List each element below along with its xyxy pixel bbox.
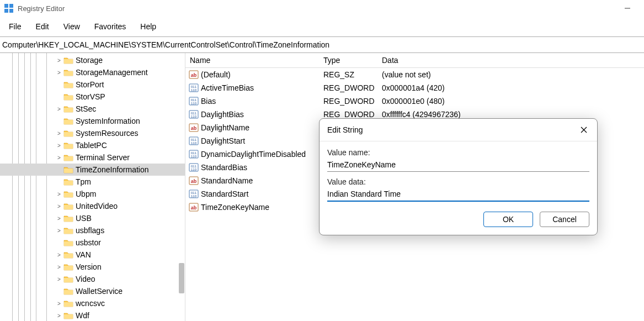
value-data: 0x000001e0 (480): [382, 97, 644, 106]
folder-icon: [63, 275, 73, 283]
folder-icon: [63, 69, 73, 76]
tree-item-usbstor[interactable]: usbstor: [0, 236, 185, 249]
title-bar: Registry Editor: [0, 0, 644, 17]
tree-item-tabletpc[interactable]: >TabletPC: [0, 139, 185, 151]
folder-icon: [63, 81, 73, 88]
menu-file[interactable]: File: [2, 20, 28, 33]
binary-value-icon: [189, 162, 199, 172]
menu-edit[interactable]: Edit: [29, 20, 56, 33]
tree-item-systeminformation[interactable]: SystemInformation: [0, 115, 185, 127]
binary-value-icon: [189, 136, 199, 146]
chevron-right-icon[interactable]: >: [55, 70, 63, 76]
tree-label: USB: [76, 214, 92, 223]
tree-item-storage[interactable]: >Storage: [0, 54, 185, 66]
value-name: StandardBias: [201, 163, 323, 172]
list-row[interactable]: BiasREG_DWORD0x000001e0 (480): [185, 94, 644, 108]
folder-icon: [63, 299, 73, 307]
value-type: REG_DWORD: [323, 97, 382, 106]
tree-label: TimeZoneInformation: [76, 165, 149, 174]
folder-icon: [63, 251, 73, 259]
tree-item-terminal server[interactable]: >Terminal Server: [0, 151, 185, 164]
col-type[interactable]: Type: [323, 56, 382, 65]
folder-icon: [63, 117, 73, 125]
tree-label: Ubpm: [76, 190, 96, 198]
tree-label: Storage: [76, 56, 103, 65]
chevron-right-icon[interactable]: >: [55, 313, 63, 319]
value-data: 0xffffffc4 (4294967236): [382, 110, 644, 119]
tree-label: StorPort: [76, 80, 104, 89]
tree-item-storport[interactable]: StorPort: [0, 78, 185, 91]
tree-item-storagemanagement[interactable]: >StorageManagement: [0, 66, 185, 78]
menu-help[interactable]: Help: [134, 20, 163, 33]
tree-pane[interactable]: >Storage>StorageManagementStorPortStorVS…: [0, 53, 185, 321]
tree-item-timezoneinformation[interactable]: TimeZoneInformation: [0, 164, 185, 176]
tree-item-usb[interactable]: >USB: [0, 212, 185, 224]
folder-icon: [63, 287, 73, 295]
string-value-icon: [189, 176, 199, 186]
chevron-right-icon[interactable]: >: [55, 252, 63, 258]
chevron-right-icon[interactable]: >: [55, 264, 63, 270]
tree-item-systemresources[interactable]: >SystemResources: [0, 127, 185, 139]
tree-item-unitedvideo[interactable]: >UnitedVideo: [0, 200, 185, 212]
list-row[interactable]: ActiveTimeBiasREG_DWORD0x000001a4 (420): [185, 81, 644, 94]
chevron-right-icon[interactable]: >: [55, 203, 63, 209]
tree-label: StSec: [76, 104, 96, 113]
value-data: 0x000001a4 (420): [382, 83, 644, 92]
tree-label: usbstor: [76, 238, 101, 247]
tree-item-van[interactable]: >VAN: [0, 249, 185, 261]
value-name-input[interactable]: [327, 157, 589, 172]
value-name: DaylightStart: [201, 136, 323, 145]
tree-item-tpm[interactable]: Tpm: [0, 176, 185, 188]
chevron-right-icon[interactable]: >: [55, 106, 63, 112]
value-name: DynamicDaylightTimeDisabled: [201, 150, 323, 159]
chevron-right-icon[interactable]: >: [55, 215, 63, 222]
cancel-button[interactable]: Cancel: [540, 212, 589, 227]
value-name: DaylightBias: [201, 110, 323, 119]
minimize-button[interactable]: [615, 0, 640, 17]
close-icon[interactable]: [578, 124, 589, 135]
tree-label: Video: [76, 275, 95, 283]
binary-value-icon: [189, 96, 199, 106]
menu-view[interactable]: View: [57, 20, 87, 33]
list-row[interactable]: (Default)REG_SZ(value not set): [185, 68, 644, 81]
address-bar[interactable]: Computer\HKEY_LOCAL_MACHINE\SYSTEM\Curre…: [0, 36, 644, 53]
chevron-right-icon[interactable]: >: [55, 57, 63, 64]
tree-item-wcncsvc[interactable]: >wcncsvc: [0, 297, 185, 309]
folder-icon: [63, 178, 73, 186]
string-value-icon: [189, 70, 199, 80]
tree-item-walletservice[interactable]: WalletService: [0, 285, 185, 297]
tree-label: StorVSP: [76, 92, 105, 101]
value-name: (Default): [201, 70, 323, 79]
tree-label: WalletService: [76, 287, 123, 296]
ok-button[interactable]: OK: [483, 212, 533, 227]
folder-icon: [63, 214, 73, 222]
folder-icon: [63, 312, 73, 319]
value-data-input[interactable]: [327, 186, 589, 202]
chevron-right-icon[interactable]: >: [55, 301, 63, 307]
tree-item-storvsp[interactable]: StorVSP: [0, 91, 185, 103]
tree-item-stsec[interactable]: >StSec: [0, 103, 185, 115]
chevron-right-icon[interactable]: >: [55, 130, 63, 136]
tree-item-ubpm[interactable]: >Ubpm: [0, 188, 185, 200]
menu-favorites[interactable]: Favorites: [88, 20, 133, 33]
tree-item-version[interactable]: >Version: [0, 261, 185, 273]
tree-label: UnitedVideo: [76, 202, 118, 211]
value-name: TimeZoneKeyName: [201, 203, 323, 212]
tree-item-video[interactable]: >Video: [0, 273, 185, 285]
tree-label: VAN: [76, 250, 91, 259]
col-name[interactable]: Name: [185, 56, 323, 65]
tree-item-usbflags[interactable]: >usbflags: [0, 224, 185, 236]
col-data[interactable]: Data: [382, 56, 644, 65]
app-icon: [4, 4, 13, 13]
folder-icon: [63, 227, 73, 234]
value-name: ActiveTimeBias: [201, 83, 323, 92]
dialog-title-bar[interactable]: Edit String: [320, 119, 597, 141]
chevron-right-icon[interactable]: >: [55, 276, 63, 282]
folder-icon: [63, 56, 73, 64]
chevron-right-icon[interactable]: >: [55, 228, 63, 234]
chevron-right-icon[interactable]: >: [55, 143, 63, 149]
chevron-right-icon[interactable]: >: [55, 191, 63, 197]
tree-item-wdf[interactable]: >Wdf: [0, 309, 185, 321]
chevron-right-icon[interactable]: >: [55, 155, 63, 161]
tree-label: TabletPC: [76, 141, 107, 150]
